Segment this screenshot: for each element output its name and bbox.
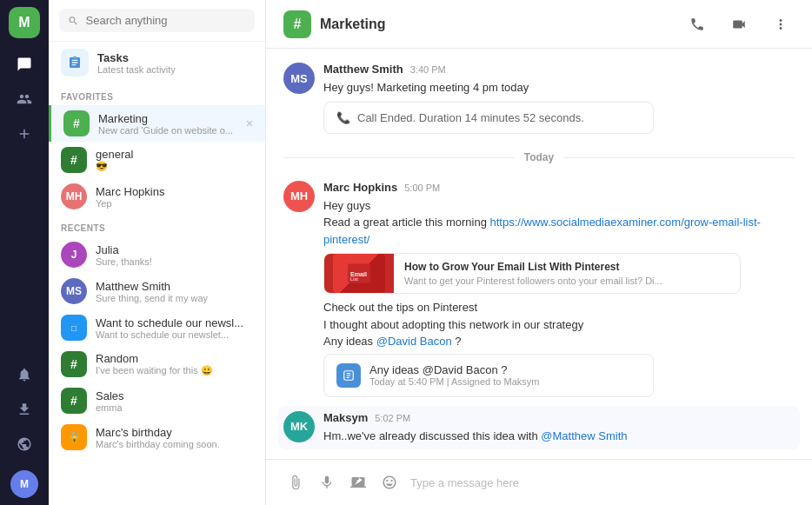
- input-actions: [283, 470, 402, 495]
- header-actions: [683, 10, 795, 38]
- download-nav-icon[interactable]: [9, 394, 40, 425]
- maksym-msg-time: 5:02 PM: [375, 413, 410, 423]
- bell-nav-icon[interactable]: [9, 359, 40, 390]
- today-divider: Today: [283, 148, 795, 167]
- marc-msg-name: Marc Hopkins: [323, 181, 397, 194]
- screen-share-icon[interactable]: [346, 470, 370, 495]
- marketing-close[interactable]: ×: [246, 116, 253, 130]
- matthew-msg-avatar: MS: [283, 63, 315, 94]
- general-text: general 😎: [96, 148, 253, 172]
- sidebar-item-sales[interactable]: # Sales emma: [49, 382, 265, 419]
- matthew-text: Matthew Smith Sure thing, send it my way: [96, 280, 253, 303]
- attachment-icon[interactable]: [283, 470, 308, 495]
- sidebar-item-newsletter[interactable]: □ Want to schedule our newsl... Want to …: [49, 309, 265, 346]
- marketing-text: Marketing New card 'Guide on website o..…: [98, 112, 237, 136]
- birthday-name: Marc's birthday: [96, 426, 253, 439]
- chat-header: # Marketing: [266, 0, 812, 49]
- random-text: Random I've been waiting for this 😀: [96, 352, 253, 376]
- maksym-msg-avatar: MK: [283, 411, 315, 442]
- link-preview-content: How to Grow Your Email List With Pintere…: [394, 254, 673, 293]
- maksym-msg-header: Maksym 5:02 PM: [323, 411, 795, 424]
- sidebar: Tasks Latest task activity FAVORITES # M…: [49, 0, 266, 505]
- matthew-mention: @Matthew Smith: [541, 429, 627, 442]
- random-preview: I've been waiting for this 😀: [96, 365, 253, 376]
- marc-msg-body: Marc Hopkins 5:00 PM Hey guys Read a gre…: [323, 181, 795, 397]
- sidebar-item-matthew[interactable]: MS Matthew Smith Sure thing, send it my …: [49, 273, 265, 309]
- matthew-msg-header: Matthew Smith 3:40 PM: [323, 63, 795, 76]
- marc-text: Marc Hopkins Yep: [96, 185, 253, 209]
- contacts-nav-icon[interactable]: [9, 83, 40, 115]
- channel-header-icon: #: [283, 10, 311, 38]
- marc-preview: Yep: [96, 198, 253, 209]
- link-preview: Email List How to Grow Your Email List W…: [323, 253, 741, 294]
- task-card-subtitle: Today at 5:40 PM | Assigned to Maksym: [369, 376, 539, 387]
- julia-avatar: J: [61, 242, 87, 268]
- sales-preview: emma: [96, 402, 253, 413]
- newsletter-preview: Want to schedule our newslet...: [96, 329, 253, 340]
- search-input[interactable]: [86, 14, 246, 27]
- matthew-msg-text: Hey guys! Marketing meeting 4 pm today: [323, 79, 795, 96]
- chat-nav-icon[interactable]: [9, 49, 40, 80]
- marc-name: Marc Hopkins: [96, 185, 253, 198]
- marc-msg-text1: Hey guys: [323, 197, 795, 215]
- general-name: general: [96, 148, 253, 161]
- add-nav-icon[interactable]: [9, 118, 40, 150]
- link-preview-title: How to Grow Your Email List With Pintere…: [404, 261, 662, 273]
- video-button[interactable]: [725, 10, 753, 38]
- tasks-item[interactable]: Tasks Latest task activity: [49, 42, 265, 83]
- message-group-marc: MH Marc Hopkins 5:00 PM Hey guys Read a …: [283, 181, 795, 397]
- sales-icon: #: [61, 388, 87, 414]
- tasks-text: Tasks Latest task activity: [97, 51, 176, 75]
- newsletter-text: Want to schedule our newsl... Want to sc…: [96, 316, 253, 340]
- link-preview-desc: Want to get your Pinterest followers ont…: [404, 276, 662, 286]
- matthew-name: Matthew Smith: [96, 280, 253, 293]
- task-card: Any ideas @David Bacon ? Today at 5:40 P…: [323, 354, 654, 397]
- marc-msg-avatar: MH: [283, 181, 315, 212]
- tasks-icon: [61, 49, 89, 76]
- marc-avatar: MH: [61, 183, 87, 209]
- user-avatar[interactable]: M: [10, 470, 38, 498]
- maksym-msg-name: Maksym: [323, 411, 368, 424]
- marc-msg-text2: Read a great article this morning https:…: [323, 214, 795, 248]
- svg-text:List: List: [350, 276, 358, 282]
- sidebar-item-random[interactable]: # Random I've been waiting for this 😀: [49, 346, 265, 382]
- globe-nav-icon[interactable]: [9, 429, 40, 460]
- article-link[interactable]: https://www.socialmediaexaminer.com/grow…: [323, 216, 761, 246]
- microphone-icon[interactable]: [315, 470, 339, 495]
- marketing-icon: #: [63, 110, 90, 136]
- marc-msg-text5: Any ideas @David Bacon ?: [323, 333, 795, 350]
- input-area: [266, 459, 812, 505]
- phone-button[interactable]: [683, 10, 711, 38]
- sidebar-item-general[interactable]: # general 😎: [49, 142, 265, 178]
- recents-header: RECENTS: [49, 215, 265, 236]
- maksym-msg-body: Maksym 5:02 PM Hm..we've already discuss…: [323, 411, 795, 445]
- sidebar-item-birthday[interactable]: 🔒 Marc's birthday Marc's birthday coming…: [49, 419, 265, 455]
- david-mention: @David Bacon: [376, 335, 452, 348]
- sidebar-item-julia[interactable]: J Julia Sure, thanks!: [49, 236, 265, 273]
- call-ended-text: Call Ended. Duration 14 minutes 52 secon…: [357, 111, 584, 124]
- maksym-msg-text: Hm..we've already discussed this idea wi…: [323, 428, 795, 445]
- julia-preview: Sure, thanks!: [96, 256, 253, 267]
- tasks-title: Tasks: [97, 51, 176, 64]
- icon-bar: M M: [0, 0, 49, 505]
- main-chat: # Marketing MS Matthew Smith 3:40 PM: [266, 0, 812, 505]
- marc-msg-text3: Check out the tips on Pinterest: [323, 299, 795, 316]
- sidebar-item-marketing[interactable]: # Marketing New card 'Guide on website o…: [49, 105, 265, 142]
- emoji-icon[interactable]: [377, 470, 402, 495]
- task-card-title: Any ideas @David Bacon ?: [369, 363, 539, 376]
- sidebar-item-marc[interactable]: MH Marc Hopkins Yep: [49, 178, 265, 215]
- app-logo: M: [9, 7, 40, 38]
- task-card-icon: [336, 363, 361, 388]
- random-name: Random: [96, 352, 253, 365]
- channel-title: Marketing: [320, 17, 683, 32]
- sales-text: Sales emma: [96, 389, 253, 413]
- matthew-avatar: MS: [61, 278, 87, 304]
- call-ended-box: 📞 Call Ended. Duration 14 minutes 52 sec…: [323, 102, 654, 134]
- search-bar: [49, 0, 265, 42]
- more-button[interactable]: [767, 10, 795, 38]
- matthew-msg-name: Matthew Smith: [323, 63, 403, 76]
- message-input[interactable]: [410, 476, 795, 489]
- search-input-wrap[interactable]: [59, 9, 255, 32]
- marc-msg-text4: I thought about adopting this network in…: [323, 316, 795, 334]
- matthew-preview: Sure thing, send it my way: [96, 293, 253, 303]
